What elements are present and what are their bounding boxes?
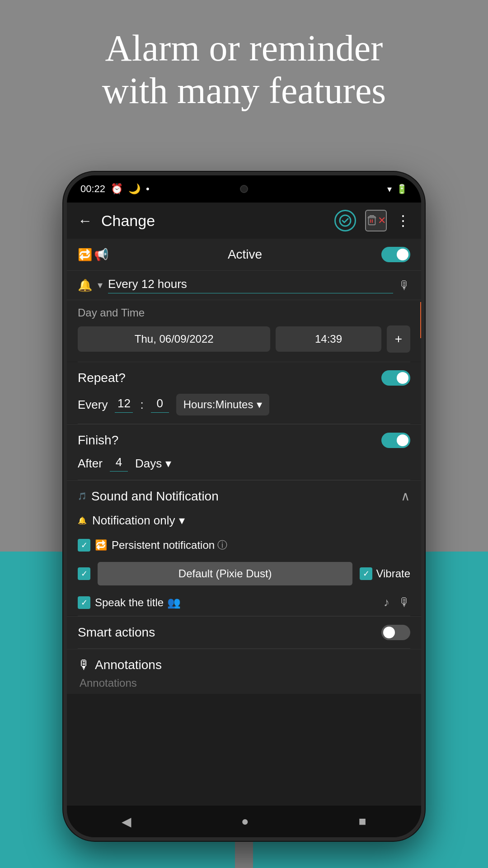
music-icon: 🎵: [78, 492, 87, 500]
days-label: Days: [135, 457, 162, 471]
notif-dropdown-arrow: ▾: [179, 514, 185, 528]
alarm-icon: ⏰: [111, 183, 123, 195]
annotations-section: 🎙 Annotations Annotations: [67, 649, 421, 694]
repeat-icon: 🔁: [78, 248, 92, 262]
days-dropdown[interactable]: Days ▾: [135, 457, 171, 471]
moon-icon: 🌙: [128, 183, 141, 195]
vibrate-label: Vibrate: [376, 567, 410, 580]
wifi-icon: ▾: [387, 184, 392, 194]
finish-toggle[interactable]: [381, 433, 410, 448]
sound-select-button[interactable]: Default (Pixie Dust): [98, 562, 352, 585]
active-label: Active: [114, 247, 376, 262]
speak-row: ✓ Speak the title 👥 ♪ 🎙: [67, 592, 421, 616]
dot-icon: •: [146, 183, 150, 195]
note-icon[interactable]: ♪: [384, 595, 389, 609]
finish-label: Finish?: [78, 433, 118, 448]
side-button[interactable]: [420, 302, 425, 338]
unit-dropdown-arrow: ▾: [257, 398, 262, 411]
notification-type-row: 🔔 Notification only ▾: [67, 510, 421, 535]
status-time: 00:22: [80, 183, 105, 195]
every-label: Every: [78, 398, 108, 412]
megaphone-icon: 📢: [94, 248, 108, 262]
hero-line1: Alarm or reminder: [27, 27, 461, 70]
add-datetime-button[interactable]: +: [387, 326, 410, 353]
people-icon: 👥: [167, 596, 181, 609]
bell-notif-icon: 🔔: [78, 516, 87, 525]
toolbar-title: Change: [101, 212, 325, 230]
phone-frame: 00:22 ⏰ 🌙 • ▾ 🔋 ← Change: [63, 172, 425, 841]
notification-dropdown[interactable]: Notification only ▾: [92, 514, 185, 528]
speak-icons: ♪ 🎙: [384, 595, 410, 609]
repeat-label: Repeat?: [78, 371, 126, 385]
days-dropdown-arrow: ▾: [165, 457, 171, 471]
app-content: ← Change: [67, 203, 421, 837]
annotations-label: Annotations: [95, 658, 162, 672]
persistent-checkbox[interactable]: ✓: [78, 539, 90, 552]
datetime-label: Day and Time: [78, 307, 410, 319]
persistent-label: Persistent notification ⓘ: [112, 538, 227, 552]
annotations-placeholder[interactable]: Annotations: [78, 677, 410, 689]
hero-text: Alarm or reminder with many features: [0, 27, 488, 113]
status-right: ▾ 🔋: [387, 184, 408, 194]
status-bar: 00:22 ⏰ 🌙 • ▾ 🔋: [67, 175, 421, 203]
finish-section: Finish? After 4 Days ▾: [67, 424, 421, 480]
repeat2-icon: 🔁: [95, 539, 107, 551]
repeat-section: Repeat? Every 12 : 0 Hours:Minutes ▾: [67, 362, 421, 424]
smart-actions-label: Smart actions: [78, 625, 155, 640]
active-toggle[interactable]: [381, 247, 410, 262]
sound-title: Sound and Notification: [91, 489, 219, 504]
persistent-row: ✓ 🔁 Persistent notification ⓘ: [67, 535, 421, 558]
vibrate-checkbox[interactable]: ✓: [360, 567, 372, 580]
back-button[interactable]: ←: [78, 212, 92, 229]
status-left: 00:22 ⏰ 🌙 •: [80, 183, 150, 195]
datetime-row: Thu, 06/09/2022 14:39 +: [78, 326, 410, 353]
active-section: 🔁 📢 Active: [67, 239, 421, 270]
nav-recent-button[interactable]: ■: [359, 814, 366, 829]
speak-mic-icon[interactable]: 🎙: [399, 595, 410, 609]
minutes-input[interactable]: 0: [151, 396, 169, 413]
every-row: Every 12 : 0 Hours:Minutes ▾: [78, 394, 410, 415]
sound-options-row: ✓ Default (Pixie Dust) ✓ Vibrate: [67, 558, 421, 592]
unit-dropdown[interactable]: Hours:Minutes ▾: [176, 394, 270, 415]
more-button[interactable]: ⋮: [396, 212, 410, 229]
datetime-section: Day and Time Thu, 06/09/2022 14:39 +: [67, 300, 421, 362]
colon-separator: :: [140, 398, 143, 412]
annotations-mic-icon: 🎙: [78, 657, 90, 672]
annotations-header: 🎙 Annotations: [78, 657, 410, 672]
time-button[interactable]: 14:39: [276, 326, 381, 352]
vibrate-row: ✓ Vibrate: [360, 567, 410, 580]
unit-label: Hours:Minutes: [183, 398, 253, 411]
battery-icon: 🔋: [396, 184, 408, 194]
date-button[interactable]: Thu, 06/09/2022: [78, 326, 270, 352]
nav-home-button[interactable]: ●: [241, 814, 249, 829]
app-toolbar: ← Change: [67, 203, 421, 239]
repeat-toggle[interactable]: [381, 370, 410, 386]
nav-back-button[interactable]: ◀: [122, 814, 131, 829]
delete-button[interactable]: [365, 210, 387, 231]
hours-input[interactable]: 12: [115, 396, 133, 413]
help-icon[interactable]: ⓘ: [217, 538, 227, 552]
after-label: After: [78, 457, 103, 471]
freq-mic-icon[interactable]: 🎙: [399, 278, 410, 292]
sound-notification-section: 🎵 Sound and Notification ∧ 🔔 Notificatio…: [67, 480, 421, 616]
days-value[interactable]: 4: [110, 455, 128, 472]
sound-header: 🎵 Sound and Notification ∧: [67, 481, 421, 510]
smart-actions-toggle[interactable]: [381, 625, 410, 640]
speak-label: Speak the title 👥: [95, 596, 379, 609]
check-button[interactable]: [334, 210, 356, 231]
frequency-section: 🔔 ▾ Every 12 hours 🎙: [67, 270, 421, 300]
active-icons: 🔁 📢: [78, 248, 108, 262]
finish-header: Finish?: [78, 433, 410, 448]
sound-title-row: 🎵 Sound and Notification: [78, 489, 219, 504]
notification-type-label: Notification only: [92, 514, 175, 528]
frequency-label[interactable]: Every 12 hours: [108, 277, 393, 293]
bottom-nav: ◀ ● ■: [67, 806, 421, 837]
sound-collapse-button[interactable]: ∧: [401, 489, 410, 504]
finish-row: After 4 Days ▾: [78, 455, 410, 472]
toolbar-icons: ⋮: [334, 210, 410, 231]
repeat-header: Repeat?: [78, 370, 410, 386]
speak-checkbox[interactable]: ✓: [78, 596, 90, 609]
hero-line2: with many features: [27, 70, 461, 112]
freq-dropdown-arrow[interactable]: ▾: [98, 279, 103, 291]
sound-checkbox[interactable]: ✓: [78, 567, 90, 580]
